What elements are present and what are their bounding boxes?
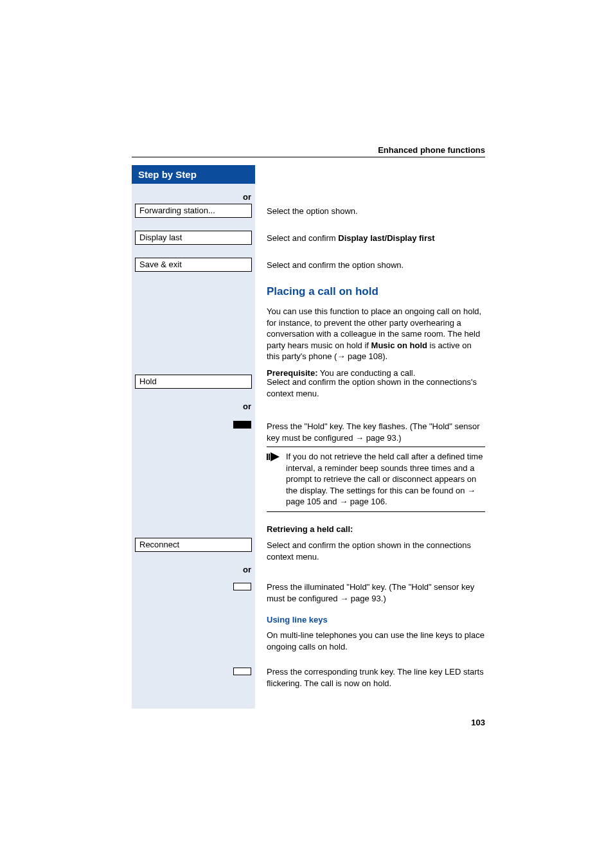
or-label: or xyxy=(243,402,251,411)
svg-marker-2 xyxy=(271,452,280,461)
display-save-exit: Save & exit xyxy=(135,258,252,272)
instruction-reconnect: Select and confirm the option shown in t… xyxy=(267,540,485,562)
step-sidebar: Step by Step or Forwarding station... Di… xyxy=(132,165,255,709)
note-text: If you do not retrieve the held call aft… xyxy=(286,451,485,508)
page-number: 103 xyxy=(471,718,485,727)
hold-key-solid-icon xyxy=(233,421,251,429)
instruction-trunk-key: Press the corresponding trunk key. The l… xyxy=(267,666,485,689)
instruction-save-exit: Select and confirm the option shown. xyxy=(267,260,404,271)
heading-using-line-keys: Using line keys xyxy=(267,615,485,624)
page: Enhanced phone functions Step by Step or… xyxy=(0,0,613,868)
instruction-select-option: Select the option shown. xyxy=(267,206,358,217)
svg-rect-0 xyxy=(267,454,268,460)
trunk-key-outline-icon xyxy=(233,668,251,675)
section-using-line-keys: Using line keys On multi-line telephones… xyxy=(267,615,485,652)
heading-retrieving-held-call: Retrieving a held call: xyxy=(267,524,353,535)
svg-rect-1 xyxy=(269,454,270,460)
hold-key-outline-icon xyxy=(233,583,251,590)
sidebar-title: Step by Step xyxy=(132,165,255,184)
para-line-keys: On multi-line telephones you can use the… xyxy=(267,630,485,652)
display-reconnect: Reconnect xyxy=(135,538,252,552)
header-section: Enhanced phone functions xyxy=(378,145,485,155)
para-hold-description: You can use this function to place an on… xyxy=(267,306,485,362)
instruction-display-last: Select and confirm Display last/Display … xyxy=(267,233,435,244)
display-forwarding-station: Forwarding station... xyxy=(135,204,252,218)
display-display-last: Display last xyxy=(135,231,252,245)
display-hold: Hold xyxy=(135,375,252,389)
note-block: If you do not retrieve the held call aft… xyxy=(267,447,485,512)
or-label: or xyxy=(243,565,251,574)
section-placing-call-hold: Placing a call on hold You can use this … xyxy=(267,285,485,378)
instruction-press-hold-key: Press the "Hold" key. The key flashes. (… xyxy=(267,421,485,443)
instruction-press-illuminated-hold: Press the illuminated "Hold" key. (The "… xyxy=(267,581,485,604)
or-label: or xyxy=(243,192,251,202)
note-icon xyxy=(267,451,281,508)
heading-placing-call-on-hold: Placing a call on hold xyxy=(267,285,485,298)
instruction-hold-context: Select and confirm the option shown in t… xyxy=(267,376,485,399)
header-rule xyxy=(132,157,485,157)
